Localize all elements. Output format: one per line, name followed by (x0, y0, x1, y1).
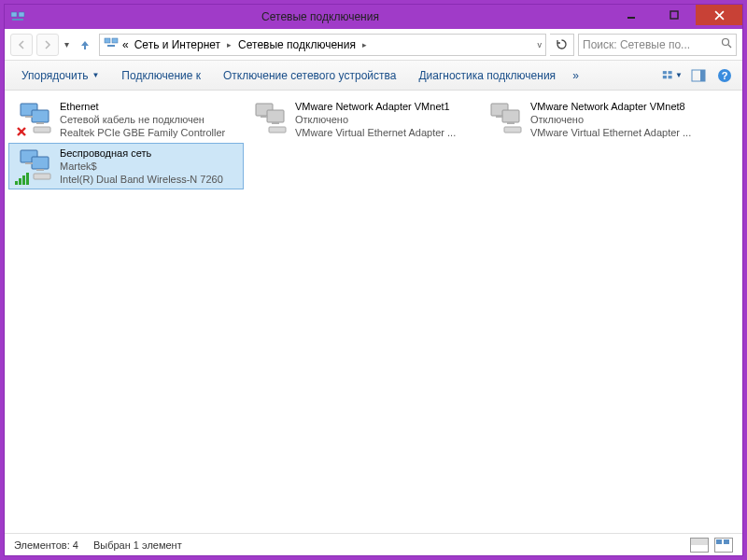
svg-rect-15 (669, 76, 672, 78)
disable-device-button[interactable]: Отключение сетевого устройства (214, 65, 405, 86)
svg-point-10 (723, 39, 729, 46)
connection-name: Ethernet (60, 100, 225, 113)
breadcrumb-network[interactable]: Сеть и Интернет (133, 38, 222, 51)
svg-rect-7 (105, 38, 110, 43)
breadcrumb-prefix[interactable]: « (120, 38, 131, 51)
connection-device: VMware Virtual Ethernet Adapter ... (530, 126, 691, 139)
selection-count: Выбран 1 элемент (93, 539, 182, 551)
svg-rect-17 (700, 70, 705, 81)
maximize-button[interactable] (653, 5, 696, 25)
svg-rect-21 (32, 110, 49, 122)
large-icons-view-button[interactable] (714, 538, 733, 553)
item-count: Элементов: 4 (14, 539, 78, 551)
titlebar: Сетевые подключения (5, 5, 742, 29)
connection-text: VMware Network Adapter VMnet8ОтключеноVM… (530, 100, 691, 139)
svg-rect-31 (272, 122, 279, 124)
minimize-button[interactable] (610, 5, 653, 25)
connection-device: Intel(R) Dual Band Wireless-N 7260 (60, 173, 223, 186)
connect-label: Подключение к (121, 69, 201, 82)
connection-status: Отключено (530, 113, 691, 126)
connection-name: VMware Network Adapter VMnet1 (295, 100, 456, 113)
svg-rect-2 (12, 19, 23, 21)
svg-rect-23 (36, 122, 44, 124)
svg-rect-22 (25, 116, 33, 118)
search-placeholder: Поиск: Сетевые по... (583, 38, 717, 51)
up-button[interactable] (75, 35, 95, 55)
svg-rect-35 (496, 116, 503, 118)
disable-label: Отключение сетевого устройства (223, 69, 396, 82)
connection-status: Martek$ (60, 160, 223, 173)
svg-rect-42 (34, 174, 50, 179)
details-view-button[interactable] (690, 538, 709, 553)
connection-item[interactable]: EthernetСетевой кабель не подключенRealt… (8, 96, 244, 143)
chevron-down-icon: ▼ (675, 71, 683, 79)
address-dropdown-icon[interactable]: v (538, 40, 543, 49)
diagnose-button[interactable]: Диагностика подключения (409, 65, 565, 86)
connection-text: Беспроводная сетьMartek$Intel(R) Dual Ba… (60, 147, 223, 186)
svg-rect-36 (507, 122, 514, 124)
svg-rect-9 (107, 45, 115, 47)
control-panel-icon (104, 35, 119, 53)
svg-rect-4 (670, 11, 678, 19)
network-adapter-icon (15, 101, 52, 138)
svg-rect-1 (19, 12, 24, 17)
connect-to-button[interactable]: Подключение к (112, 65, 210, 86)
svg-rect-40 (25, 162, 33, 164)
organize-menu[interactable]: Упорядочить ▼ (12, 65, 108, 86)
toolbar-overflow[interactable]: » (569, 65, 583, 86)
svg-rect-39 (32, 157, 49, 169)
search-icon (721, 37, 732, 51)
address-bar[interactable]: « Сеть и Интернет ▸ Сетевые подключения … (99, 34, 546, 56)
system-buttons (610, 5, 742, 29)
svg-rect-24 (34, 127, 50, 133)
status-bar: Элементов: 4 Выбран 1 элемент (5, 533, 742, 555)
connection-device: VMware Virtual Ethernet Adapter ... (295, 126, 456, 139)
app-icon (10, 9, 25, 24)
toolbar: Упорядочить ▼ Подключение к Отключение с… (5, 61, 742, 91)
connection-name: VMware Network Adapter VMnet8 (530, 100, 691, 113)
svg-rect-0 (11, 12, 17, 17)
svg-rect-32 (269, 127, 286, 133)
connection-item[interactable]: VMware Network Adapter VMnet8ОтключеноVM… (479, 96, 714, 143)
network-adapter-icon (250, 101, 288, 138)
organize-label: Упорядочить (21, 69, 88, 82)
back-button[interactable] (10, 34, 33, 56)
svg-rect-12 (663, 71, 667, 74)
svg-rect-37 (504, 127, 521, 133)
svg-rect-44 (19, 178, 21, 185)
search-box[interactable]: Поиск: Сетевые по... (578, 34, 737, 56)
history-dropdown-icon[interactable]: ▾ (63, 39, 71, 49)
connection-status: Сетевой кабель не подключен (60, 113, 225, 126)
svg-text:?: ? (722, 70, 728, 81)
breadcrumb-connections[interactable]: Сетевые подключения (236, 38, 358, 51)
help-button[interactable]: ? (714, 65, 735, 86)
svg-rect-46 (26, 173, 29, 185)
connection-status: Отключено (295, 113, 456, 126)
refresh-button[interactable] (550, 34, 574, 56)
network-adapter-icon (486, 101, 523, 138)
connection-text: VMware Network Adapter VMnet1ОтключеноVM… (295, 100, 456, 139)
chevron-right-icon[interactable]: ▸ (224, 40, 234, 49)
connection-item[interactable]: VMware Network Adapter VMnet1ОтключеноVM… (244, 96, 479, 143)
view-options-button[interactable]: ▼ (662, 65, 683, 86)
connection-device: Realtek PCIe GBE Family Controller (60, 126, 225, 139)
svg-rect-13 (669, 71, 672, 74)
svg-rect-34 (502, 110, 519, 122)
chevron-right-icon[interactable]: ▸ (359, 40, 370, 49)
connection-item[interactable]: Беспроводная сетьMartek$Intel(R) Dual Ba… (8, 143, 244, 189)
svg-rect-3 (627, 17, 635, 19)
svg-rect-30 (261, 116, 268, 118)
close-button[interactable] (696, 5, 742, 25)
content-area: EthernetСетевой кабель не подключенRealt… (5, 91, 742, 533)
forward-button[interactable] (36, 34, 59, 56)
svg-line-11 (728, 45, 731, 48)
chevron-down-icon: ▼ (92, 71, 99, 79)
overflow-label: » (572, 69, 579, 82)
navigation-bar: ▾ « Сеть и Интернет ▸ Сетевые подключени… (5, 29, 742, 61)
svg-rect-43 (15, 181, 18, 185)
preview-pane-button[interactable] (688, 65, 709, 86)
window-title: Сетевые подключения (31, 10, 610, 23)
connection-name: Беспроводная сеть (60, 147, 223, 160)
svg-rect-8 (112, 38, 118, 43)
svg-rect-14 (663, 76, 667, 78)
